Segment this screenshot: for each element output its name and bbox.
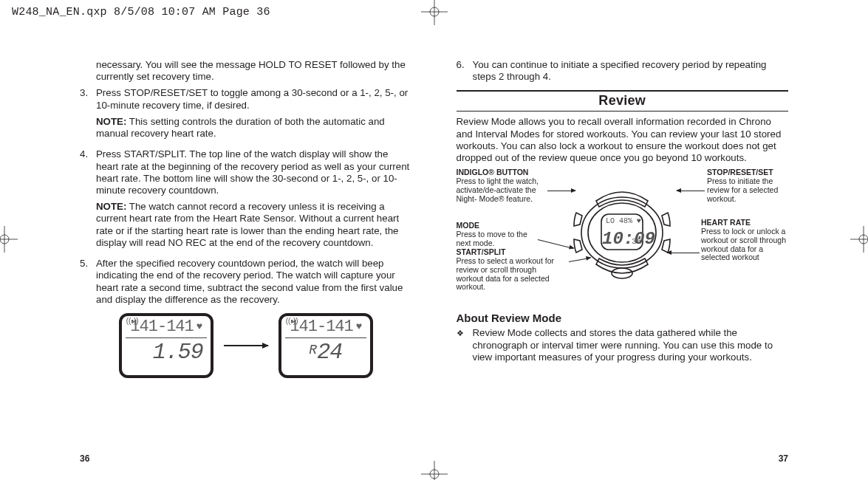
registration-mark-top: [421, 0, 448, 25]
page-number-right: 37: [779, 453, 788, 464]
lcd-screen-2: ((•)) 141-141♥ R24: [278, 313, 373, 378]
list-item: 6. You can continue to initiate a specif…: [457, 59, 789, 83]
note-text: This setting controls the duration of bo…: [96, 116, 385, 139]
lcd2-top: 141-141: [290, 318, 352, 336]
watch-face-ampm: P: [640, 239, 643, 245]
lcd1-bottom: 1.59: [153, 340, 203, 365]
subheading-about-review: About Review Mode: [457, 312, 789, 324]
item-number: 3.: [80, 87, 96, 144]
callout-indiglo: INDIGLO® BUTTON Press to light the watch…: [457, 168, 545, 203]
item-text: Press START/SPLIT. The top line of the w…: [96, 148, 409, 196]
note-label: NOTE:: [96, 116, 126, 127]
arrow-right-icon: [224, 345, 268, 346]
page-37: 6. You can continue to initiate a specif…: [434, 59, 869, 480]
watch-illustration: LO 48% ♥ 10:09 36 P: [567, 177, 677, 288]
item-text: You can continue to initiate a specified…: [473, 59, 789, 83]
callout-body: Press to select a workout for review or …: [457, 257, 560, 292]
bullet-text: Review Mode collects and stores the data…: [473, 327, 789, 363]
item-text: Press STOP/RESET/SET to toggle among a 3…: [96, 87, 408, 110]
callout-body: Press to light the watch, activate/de-ac…: [457, 177, 545, 203]
callout-heart-rate: HEART RATE Press to lock or unlock a wor…: [701, 219, 788, 262]
antenna-icon: ((•)): [286, 317, 298, 325]
callout-mode: MODE Press to move to the next mode.: [457, 222, 538, 247]
note-text: The watch cannot record a recovery unles…: [96, 201, 399, 248]
callout-stop-reset-set: STOP/RESET/SET Press to initiate the rev…: [707, 168, 788, 203]
page-36: necessary. You will see the message HOLD…: [0, 59, 434, 480]
item-number: 5.: [80, 258, 96, 306]
callout-start-split: START/SPLIT Press to select a workout fo…: [457, 248, 560, 292]
heart-icon: ♥: [197, 320, 202, 332]
list-item: 3. Press STOP/RESET/SET to toggle among …: [80, 87, 412, 144]
list-item: ❖ Review Mode collects and stores the da…: [457, 327, 789, 363]
heart-icon: ♥: [356, 320, 361, 332]
item-number: 6.: [457, 59, 473, 83]
review-intro: Review Mode allows you to recall overall…: [457, 116, 789, 164]
lcd2-bottom: 24: [317, 340, 342, 365]
watch-face-main: 10:09: [602, 229, 655, 249]
section-title-review: Review: [457, 90, 789, 112]
lead-arrow: [677, 191, 705, 191]
callout-body: Press to move to the next mode.: [457, 230, 538, 248]
watch-face-top: LO 48% ♥: [606, 217, 641, 225]
antenna-icon: ((•)): [126, 317, 139, 325]
lcd-screen-1: ((•)) 141-141♥ 1.59: [119, 313, 213, 378]
note-label: NOTE:: [96, 201, 126, 212]
lcd-divider: [126, 337, 207, 339]
item-number: 4.: [80, 148, 96, 253]
list-item: 4. Press START/SPLIT. The top line of th…: [80, 148, 412, 253]
watch-diagram: INDIGLO® BUTTON Press to light the watch…: [457, 168, 789, 301]
lcd2-prefix: R: [309, 343, 316, 357]
svg-point-0: [430, 7, 439, 16]
item-text: After the specified recovery countdown p…: [96, 258, 412, 306]
lcd-figure-row: ((•)) 141-141♥ 1.59 ((•)) 141-141♥ R24: [80, 313, 412, 378]
page-number-left: 36: [80, 453, 89, 464]
intro-continuation: necessary. You will see the message HOLD…: [96, 59, 412, 83]
callout-body: Press to lock or unlock a workout or scr…: [701, 227, 788, 262]
lcd-divider: [285, 337, 366, 339]
list-item: 5. After the specified recovery countdow…: [80, 258, 412, 306]
crop-header: W248_NA_EN.qxp 8/5/08 10:07 AM Page 36: [12, 6, 270, 18]
diamond-bullet-icon: ❖: [457, 327, 473, 363]
callout-body: Press to initiate the review for a selec…: [707, 177, 788, 203]
lcd1-top: 141-141: [130, 318, 193, 336]
